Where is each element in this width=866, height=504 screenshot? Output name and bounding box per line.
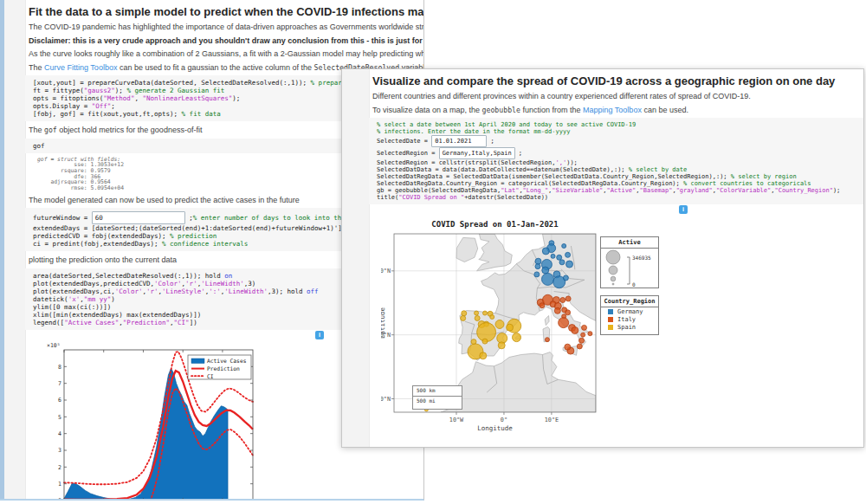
code-text: 'LineWidth' bbox=[224, 288, 268, 295]
map-bubble-italy bbox=[579, 338, 585, 343]
inline-edit-field[interactable]: 60 bbox=[92, 211, 185, 224]
code-text: SelectedRegion = bbox=[377, 150, 439, 157]
legend-label: Italy bbox=[617, 316, 636, 323]
code-comment: % confidence intervals bbox=[162, 240, 248, 248]
svg-text:10°W: 10°W bbox=[449, 417, 464, 423]
code-line: gb = geobubble(SelectedDatRegData,"Lat",… bbox=[369, 187, 863, 194]
map-bubble-spain bbox=[475, 311, 479, 315]
svg-text:4: 4 bbox=[58, 430, 61, 437]
legend-swatch bbox=[608, 317, 613, 322]
code-text: 'r' bbox=[185, 280, 197, 288]
code-text: "Prediction" bbox=[123, 319, 170, 326]
code-comment: % select by region bbox=[731, 173, 797, 180]
gaussian-paragraph: As the curve looks roughly like a combin… bbox=[29, 49, 423, 59]
code-text: "CI" bbox=[174, 319, 190, 326]
code-text: ); bbox=[115, 87, 127, 94]
code-comment: % infections. Enter the date in the form… bbox=[377, 128, 570, 135]
document-title: Visualize and compare the spread of COVI… bbox=[372, 74, 863, 87]
bubble-size-legend: Active 346935 0 bbox=[600, 236, 659, 288]
map-bubble-germany bbox=[562, 244, 566, 249]
text-run: function from the bbox=[520, 106, 583, 114]
code-text: "Lat" bbox=[501, 187, 519, 194]
code-text: 'r' bbox=[146, 288, 158, 295]
map-scalebar: 500 km 500 mi bbox=[412, 385, 462, 410]
legend-row: Spain bbox=[601, 323, 658, 331]
code-line-row: 71SelectedDatRegData = SelectedDatData(i… bbox=[369, 173, 863, 180]
map-bubble-italy bbox=[565, 344, 571, 350]
code-text: ) bbox=[111, 295, 115, 303]
geobubble-figure: COVID Spread on 01-Jan-202130°N40°N50°N1… bbox=[381, 215, 675, 433]
map-bubble-spain bbox=[495, 320, 504, 328]
code-text: "Method" bbox=[103, 94, 134, 102]
code-text: "Long_" bbox=[523, 187, 549, 194]
map-bubble-germany bbox=[541, 273, 553, 285]
svg-text:30°N: 30°N bbox=[381, 396, 391, 403]
code-text: title( bbox=[377, 194, 398, 201]
code-line: SelectedDatRegData.Country_Region = cate… bbox=[369, 180, 863, 187]
map-bubble-germany bbox=[535, 264, 540, 269]
text-run: The model generated can now be used to p… bbox=[29, 196, 300, 204]
code-text: SelectedDatData = data(data.DateCollecte… bbox=[377, 166, 629, 173]
code-text: "gauss2" bbox=[84, 87, 115, 94]
code-text: ,3) bbox=[244, 280, 256, 288]
legend-row: Italy bbox=[601, 315, 658, 323]
hyperlink[interactable]: Curve Fitting Toolbox bbox=[44, 63, 117, 72]
text-run: can be used. bbox=[642, 106, 688, 114]
code-text: "Country_Region" bbox=[774, 187, 832, 194]
output-info-icon[interactable]: i bbox=[315, 331, 324, 339]
code-line-row: 68SelectedRegion = Germany,Italy,Spain ; bbox=[369, 147, 863, 159]
map-bubble-italy bbox=[565, 310, 571, 315]
legend-swatch bbox=[608, 309, 613, 314]
code-text: ; bbox=[111, 102, 115, 110]
inline-edit-field[interactable]: Germany,Italy,Spain bbox=[439, 147, 515, 159]
intro-paragraph: Different countries and different provin… bbox=[372, 92, 863, 101]
code-text: on bbox=[224, 272, 232, 280]
code-text: off bbox=[307, 288, 319, 295]
map-bubble-spain bbox=[513, 333, 521, 342]
svg-text:6: 6 bbox=[58, 397, 61, 404]
code-text: SelectedDate = bbox=[377, 138, 431, 145]
code-line-row: 74title("COVID Spread on "+datestr(Selec… bbox=[369, 194, 863, 204]
code-text: ); bbox=[232, 94, 240, 102]
code-text: xlim([min(extendedDays) max(extendedDays… bbox=[33, 311, 201, 319]
code-comment: % select by date bbox=[629, 166, 687, 173]
inline-edit-field[interactable]: 01.01.2021 bbox=[431, 135, 487, 147]
map-bubble-italy bbox=[560, 297, 565, 302]
map-bubble-germany bbox=[542, 248, 549, 255]
map-bubble-spain bbox=[480, 352, 487, 359]
code-text: [xout,yout] = prepareCurveData(dateSorte… bbox=[33, 79, 311, 87]
legend-row: Germany bbox=[601, 307, 658, 315]
prediction-chart: 01234567804-2007-2010-2001-2104-21×10⁵Ac… bbox=[36, 341, 339, 499]
code-text: predictedCVD = fobj(extendedDays); bbox=[33, 232, 170, 240]
svg-text:3: 3 bbox=[58, 447, 61, 454]
code-text: ,3); hold bbox=[268, 288, 307, 295]
code-text: ; bbox=[515, 150, 522, 157]
text-run: To visualize data on a map, the bbox=[372, 106, 482, 114]
text-run: can be used to fit a gaussian to the act… bbox=[117, 63, 313, 72]
code-line-row: 72SelectedDatRegData.Country_Region = ca… bbox=[369, 180, 863, 187]
document-title: Fit the data to a simple model to predic… bbox=[29, 5, 423, 18]
code-line: % infections. Enter the date in the form… bbox=[369, 128, 863, 135]
code-text: "Basemap" bbox=[640, 187, 673, 194]
code-text: ':' bbox=[209, 288, 221, 295]
code-text: legend([ bbox=[33, 319, 64, 326]
map-bubble-italy bbox=[545, 338, 549, 342]
right-livescript-window: Visualize and compare the spread of COVI… bbox=[341, 68, 864, 448]
code-text: [fobj, gof] = fit(xout,yout,ft,opts); bbox=[33, 110, 182, 118]
map-bubble-germany bbox=[563, 275, 568, 281]
map-bubble-italy bbox=[559, 318, 569, 328]
code-text: opts.Display = bbox=[33, 102, 92, 110]
map-bubble-italy bbox=[577, 344, 582, 349]
code-text: ); bbox=[833, 187, 840, 194]
hyperlink[interactable]: Mapping Toolbox bbox=[583, 106, 642, 114]
code-text: 'Color' bbox=[154, 280, 182, 288]
size-legend-max: 346935 bbox=[632, 255, 651, 261]
output-icon-row: i bbox=[369, 204, 863, 214]
map-bubble-italy bbox=[554, 307, 560, 313]
code-block-map[interactable]: 65% select a date between 1st April 2020… bbox=[369, 118, 863, 204]
color-legend-title: Country_Region bbox=[601, 296, 658, 307]
output-info-icon[interactable]: i bbox=[679, 205, 688, 214]
svg-text:Active Cases: Active Cases bbox=[207, 358, 247, 364]
svg-text:CI: CI bbox=[207, 372, 214, 378]
code-line: SelectedDate = 01.01.2021 ; bbox=[369, 135, 863, 147]
